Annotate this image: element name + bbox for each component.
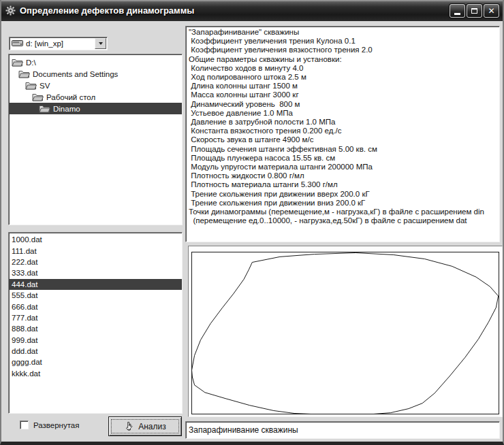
drive-icon: [12, 39, 23, 48]
file-item-kkkk-dat[interactable]: kkkk.dat: [9, 368, 182, 379]
tree-item-0[interactable]: D:\: [9, 56, 182, 68]
minimize-icon: [454, 13, 460, 15]
drive-combo[interactable]: d: [win_xp]: [9, 37, 108, 50]
file-item-1000-dat[interactable]: 1000.dat: [9, 234, 182, 245]
checkbox-label: Развернутая: [33, 421, 79, 429]
file-item-111-dat[interactable]: 111.dat: [9, 245, 182, 256]
parameters-memo[interactable]: "Запарафинивание" скважины Коэффициент у…: [185, 26, 500, 242]
file-item-777-dat[interactable]: 777.dat: [9, 312, 182, 323]
file-item-666-dat[interactable]: 666.dat: [9, 301, 182, 312]
tree-item-4[interactable]: Dinamo: [9, 103, 182, 114]
dynamogram-chart-panel: [188, 246, 503, 417]
maximize-icon: [471, 8, 477, 14]
tree-item-2[interactable]: SV: [9, 80, 182, 91]
file-item-222-dat[interactable]: 222.dat: [9, 257, 182, 267]
tree-item-label: Dinamo: [53, 105, 80, 113]
folder-icon: [18, 69, 30, 78]
close-button[interactable]: ✕: [484, 4, 499, 18]
folder-icon: [12, 58, 23, 67]
app-window: Определение дефектов динамограммы ✕ d: […: [0, 0, 504, 445]
chevron-down-icon: [99, 42, 103, 45]
dynamogram-plot: [189, 246, 503, 418]
window-controls: ✕: [450, 4, 499, 18]
expanded-checkbox[interactable]: Развернутая: [20, 421, 79, 429]
maximize-button[interactable]: [467, 4, 482, 18]
tree-item-label: SV: [40, 82, 50, 90]
combo-dropdown-button[interactable]: [95, 38, 106, 49]
folder-icon: [39, 104, 50, 113]
file-item-555-dat[interactable]: 555.dat: [9, 290, 182, 301]
tree-item-3[interactable]: Рабочий стол: [9, 91, 182, 103]
folder-icon: [32, 93, 44, 101]
tree-item-label: Documents and Settings: [33, 70, 118, 78]
file-item-333-dat[interactable]: 333.dat: [9, 267, 182, 278]
drive-combo-value: d: [win_xp]: [26, 39, 92, 48]
directory-tree[interactable]: D:\Documents and SettingsSVРабочий столD…: [8, 54, 183, 225]
file-item-444-dat[interactable]: 444.dat: [9, 279, 182, 290]
hand-icon: [124, 421, 134, 431]
file-item-999-dat[interactable]: 999.dat: [9, 335, 182, 346]
window-title: Определение дефектов динамограммы: [20, 5, 445, 16]
file-item-ddd-dat[interactable]: ddd.dat: [9, 346, 182, 357]
tree-item-1[interactable]: Documents and Settings: [9, 68, 182, 80]
app-icon: [5, 5, 16, 16]
file-item-gggg-dat[interactable]: gggg.dat: [9, 357, 182, 367]
tree-item-label: Рабочий стол: [46, 93, 95, 101]
analyze-button-label: Анализ: [138, 422, 166, 431]
plot-frame: [192, 252, 499, 414]
diagnosis-field[interactable]: [185, 421, 500, 439]
folder-icon: [25, 81, 37, 90]
checkbox-icon[interactable]: [20, 421, 29, 429]
titlebar: Определение дефектов динамограммы ✕: [1, 0, 503, 21]
analyze-button[interactable]: Анализ: [108, 416, 182, 436]
minimize-button[interactable]: [450, 4, 465, 18]
tree-item-label: D:\: [26, 59, 36, 67]
file-list[interactable]: 1000.dat111.dat222.dat333.dat444.dat555.…: [8, 232, 183, 414]
close-icon: ✕: [488, 7, 494, 15]
file-item-888-dat[interactable]: 888.dat: [9, 323, 182, 334]
